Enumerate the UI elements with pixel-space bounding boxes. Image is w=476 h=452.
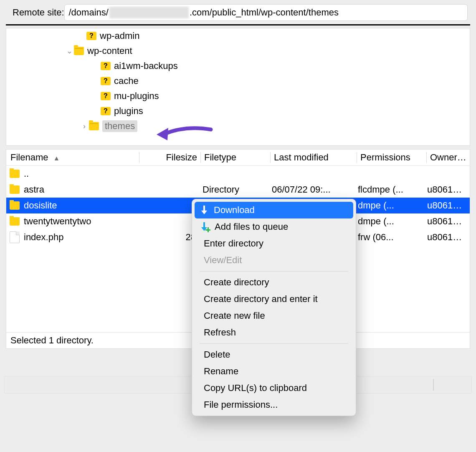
menu-item[interactable]: Delete <box>195 346 353 363</box>
cell-filesize: 28 <box>138 232 199 243</box>
tree-item[interactable]: ai1wm-backups <box>6 58 470 74</box>
cell-permissions: dmpe (... <box>354 200 424 211</box>
cell-filename: astra <box>6 184 138 195</box>
cell-permissions: flcdmpe (... <box>354 184 424 195</box>
cell-owner-group: u8061490... <box>424 200 470 211</box>
tree-item[interactable]: plugins <box>6 104 470 119</box>
menu-item-label: File permissions... <box>204 399 278 410</box>
menu-separator <box>200 271 348 272</box>
folder-icon <box>10 201 20 210</box>
tree-item-label: cache <box>114 76 139 86</box>
tree-item-label: mu-plugins <box>114 91 159 102</box>
folder-unknown-icon <box>101 77 111 85</box>
tree-item[interactable]: mu-plugins <box>6 89 470 104</box>
cell-last-modified: 06/07/22 09:... <box>268 184 354 195</box>
cell-permissions: frw (06... <box>354 232 424 243</box>
file-icon <box>10 231 20 243</box>
remote-path-suffix: .com/public_html/wp-content/themes <box>190 7 339 18</box>
sort-asc-icon: ▲ <box>53 155 60 162</box>
filename-label: twentytwentytwo <box>24 216 91 227</box>
remote-site-label: Remote site: <box>13 7 64 18</box>
menu-item[interactable]: Create new file <box>195 307 353 324</box>
folder-icon <box>74 47 84 55</box>
folder-unknown-icon <box>101 62 111 70</box>
menu-item[interactable]: Rename <box>195 363 353 380</box>
folder-icon <box>10 185 20 194</box>
tree-item-label: wp-admin <box>100 30 139 41</box>
col-filename-label: Filename <box>10 152 48 163</box>
menu-item[interactable]: Refresh <box>195 324 353 341</box>
cell-owner-group: u8061490... <box>424 216 470 227</box>
cell-filename: .. <box>6 168 138 179</box>
remote-tree[interactable]: wp-admin⌄wp-contentai1wm-backupscachemu-… <box>6 28 470 146</box>
tree-item-label: plugins <box>114 106 143 117</box>
top-divider <box>6 24 470 25</box>
cell-owner-group: u8061490... <box>424 232 470 243</box>
chevron-right-icon[interactable]: › <box>80 122 89 131</box>
menu-separator <box>200 343 348 344</box>
remote-path-prefix: /domains/ <box>69 7 109 18</box>
folder-unknown-icon <box>86 32 96 40</box>
cell-filename: index.php <box>6 231 138 243</box>
menu-item-label: Delete <box>204 349 230 360</box>
cell-filename: twentytwentytwo <box>6 216 138 227</box>
menu-item-label: Download <box>214 205 255 216</box>
cell-filetype: Directory <box>199 184 268 195</box>
remote-path-input[interactable]: /domains/ .com/public_html/wp-content/th… <box>64 4 468 21</box>
table-row[interactable]: astraDirectory06/07/22 09:...flcdmpe (..… <box>6 182 470 198</box>
cell-filename: dosislite <box>6 200 138 211</box>
col-filename[interactable]: Filename ▲ <box>6 152 139 163</box>
download-icon <box>200 206 208 215</box>
redacted-domain <box>109 7 189 18</box>
col-filesize[interactable]: Filesize <box>139 152 200 163</box>
tree-item[interactable]: ›themes <box>6 119 470 134</box>
filename-label: index.php <box>24 232 63 243</box>
menu-item[interactable]: Copy URL(s) to clipboard <box>195 380 353 396</box>
column-headers[interactable]: Filename ▲ Filesize Filetype Last modifi… <box>6 150 470 166</box>
menu-item: View/Edit <box>195 252 353 269</box>
tree-item-label: ai1wm-backups <box>114 61 178 71</box>
filename-label: astra <box>24 184 44 195</box>
cell-permissions: dmpe (... <box>354 216 424 227</box>
col-permissions[interactable]: Permissions <box>357 152 426 163</box>
folder-unknown-icon <box>101 92 111 100</box>
chevron-down-icon[interactable]: ⌄ <box>65 46 74 56</box>
menu-item-label: Copy URL(s) to clipboard <box>204 383 307 394</box>
col-owner-group[interactable]: Owner/Group <box>427 152 470 163</box>
table-row[interactable]: .. <box>6 166 470 182</box>
col-filetype[interactable]: Filetype <box>201 152 270 163</box>
tree-item[interactable]: cache <box>6 74 470 89</box>
menu-item[interactable]: File permissions... <box>195 396 353 413</box>
menu-item[interactable]: Create directory and enter it <box>195 291 353 307</box>
context-menu[interactable]: DownloadAdd files to queueEnter director… <box>192 199 356 416</box>
menu-item-label: Enter directory <box>204 238 263 249</box>
folder-unknown-icon <box>101 107 111 115</box>
menu-item[interactable]: Download <box>195 202 353 218</box>
folder-icon <box>10 217 20 226</box>
menu-item-label: Refresh <box>204 327 236 338</box>
remote-site-bar: Remote site: /domains/ .com/public_html/… <box>0 0 476 23</box>
menu-item-label: View/Edit <box>204 255 242 266</box>
menu-item[interactable]: Add files to queue <box>195 218 353 235</box>
filename-label: dosislite <box>24 200 57 211</box>
menu-item-label: Create directory <box>204 277 269 288</box>
cell-owner-group: u8061490... <box>424 184 470 195</box>
folder-icon <box>10 170 20 178</box>
menu-item[interactable]: Enter directory <box>195 235 353 252</box>
tree-item[interactable]: wp-admin <box>6 28 470 43</box>
panel-divider <box>433 379 434 391</box>
menu-item-label: Rename <box>204 366 238 377</box>
tree-item-label: wp-content <box>87 46 132 56</box>
filename-label: .. <box>24 168 29 179</box>
tree-item[interactable]: ⌄wp-content <box>6 43 470 58</box>
folder-icon <box>89 122 99 130</box>
menu-item-label: Create new file <box>204 310 265 321</box>
tree-item-label: themes <box>102 120 137 132</box>
menu-item-label: Add files to queue <box>215 221 288 232</box>
col-last-modified[interactable]: Last modified <box>271 152 357 163</box>
add-to-queue-icon <box>200 222 209 231</box>
menu-item[interactable]: Create directory <box>195 274 353 291</box>
menu-item-label: Create directory and enter it <box>204 294 318 305</box>
